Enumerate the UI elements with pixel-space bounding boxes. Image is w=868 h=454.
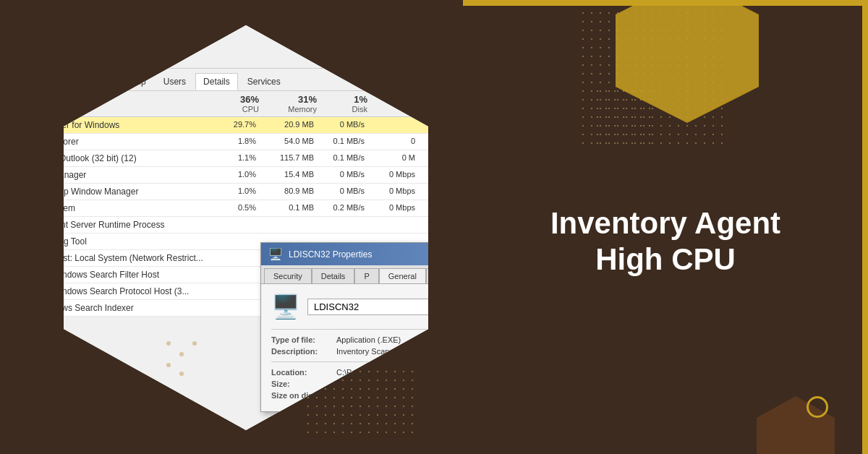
dialog-title: LDISCN32 Properties (289, 249, 372, 260)
row-cpu: 0.5% (208, 202, 259, 215)
detail-row: Location: C:\Program Files (x86)... (271, 368, 448, 377)
tm-header-name (49, 94, 208, 113)
row-memory: 20.9 MB (259, 119, 317, 132)
row-net: 0 Mbps (367, 168, 418, 181)
task-manager-screenshot: App history Startup Users Details Servic… (43, 25, 448, 430)
detail-value: 2.90 MB (3,047,4... (336, 391, 448, 400)
row-name: ning Tool (49, 235, 208, 248)
tab-details[interactable]: Details (195, 73, 238, 90)
file-section: 🖥️ LDISCN32 (271, 293, 448, 320)
right-panel: Inventory Agent High CPU (463, 0, 868, 454)
table-row[interactable]: xplorer 1.8% 54.0 MB 0.1 MB/s 0 (43, 134, 448, 150)
row-cpu: 1.0% (208, 185, 259, 198)
filename-box: LDISCN32 (307, 299, 438, 315)
tab-compatibility[interactable]: Compatibility (426, 268, 448, 283)
table-row[interactable]: ktop Window Manager 1.0% 80.9 MB 0 MB/s … (43, 184, 448, 200)
row-memory (259, 218, 317, 231)
divider (271, 361, 448, 362)
tab-general[interactable]: General (379, 268, 426, 283)
row-net (367, 218, 418, 231)
dialog-icon: 🖥️ (268, 247, 283, 261)
row-name: dows Search Indexer (49, 301, 208, 314)
table-row[interactable]: lient Server Runtime Process (43, 217, 448, 234)
row-disk: 0.1 MB/s (317, 152, 367, 165)
row-disk: 0 MB/s (317, 168, 367, 181)
dot-decoration (179, 352, 184, 356)
tab-security[interactable]: Security (264, 268, 312, 283)
page-title: Inventory Agent High CPU (506, 205, 825, 278)
row-name: ystem (49, 202, 208, 215)
hex-shape: App history Startup Users Details Servic… (43, 25, 448, 430)
tm-header-cpu: 36% CPU (208, 94, 259, 113)
table-row[interactable]: ft Outlook (32 bit) (12) 1.1% 115.7 MB 0… (43, 150, 448, 167)
tab-p[interactable]: P (354, 268, 378, 283)
hex-screenshot-container: App history Startup Users Details Servic… (29, 14, 477, 441)
table-row[interactable]: ystem 0.5% 0.1 MB 0.2 MB/s 0 Mbps (43, 200, 448, 217)
detail-value: 2.90 MB (3,044,984... (336, 380, 448, 388)
detail-label: Location: (271, 368, 336, 377)
detail-label: Description: (271, 347, 336, 356)
detail-row: Size: 2.90 MB (3,044,984... (271, 380, 448, 388)
tm-header-net (367, 94, 418, 113)
tm-titlebar-area (43, 25, 448, 69)
row-name: Manager (49, 168, 208, 181)
properties-dialog: 🖥️ LDISCN32 Properties Security Details … (260, 242, 448, 412)
tab-services[interactable]: Services (239, 73, 289, 90)
row-name: xplorer (49, 135, 208, 148)
tab-users[interactable]: Users (156, 73, 194, 90)
row-name: Windows Search Protocol Host (3... (49, 285, 208, 298)
row-cpu (208, 218, 259, 231)
row-disk: 0.1 MB/s (317, 135, 367, 148)
dialog-titlebar: 🖥️ LDISCN32 Properties (261, 243, 448, 265)
row-name: nner for Windows (49, 119, 208, 132)
dot-decoration (192, 341, 197, 346)
tm-tabs: App history Startup Users Details Servic… (43, 69, 448, 91)
row-name: Windows Search Filter Host (49, 268, 208, 281)
row-memory: 80.9 MB (259, 185, 317, 198)
row-cpu: 1.0% (208, 168, 259, 181)
dot-decoration (179, 372, 184, 376)
row-net: 0 M (367, 152, 418, 165)
row-cpu: 29.7% (208, 119, 259, 132)
detail-value: Inventory Scanner for Win... (336, 347, 448, 356)
tab-app-history[interactable]: App history (49, 73, 109, 90)
dialog-body: 🖥️ LDISCN32 Type of file: Application (.… (261, 284, 448, 411)
row-disk: 0 MB/s (317, 185, 367, 198)
divider (271, 329, 448, 330)
dot-decoration (166, 363, 171, 367)
table-row[interactable]: nner for Windows 29.7% 20.9 MB 0 MB/s (43, 117, 448, 134)
detail-row: Size on disk: 2.90 MB (3,047,4... (271, 391, 448, 400)
dialog-tabs: Security Details P General Compatibility (261, 265, 448, 284)
row-disk: 0 MB/s (317, 119, 367, 132)
table-row[interactable]: Manager 1.0% 15.4 MB 0 MB/s 0 Mbps (43, 167, 448, 184)
row-name: ktop Window Manager (49, 185, 208, 198)
row-cpu: 1.8% (208, 135, 259, 148)
detail-label: Size on disk: (271, 391, 336, 400)
row-disk: 0.2 MB/s (317, 202, 367, 215)
row-memory: 15.4 MB (259, 168, 317, 181)
tab-startup[interactable]: Startup (110, 73, 154, 90)
tab-details[interactable]: Details (312, 268, 355, 283)
detail-label: Type of file: (271, 335, 336, 344)
dot-decoration (166, 341, 171, 346)
row-disk (317, 218, 367, 231)
detail-label: Size: (271, 380, 336, 388)
detail-value: Application (.EXE) (336, 335, 448, 344)
row-net: 0 Mbps (367, 202, 418, 215)
tm-column-headers: 36% CPU 31% Memory 1% Disk (43, 91, 448, 117)
row-name: ft Outlook (32 bit) (12) (49, 152, 208, 165)
row-net: 0 (367, 135, 418, 148)
row-cpu: 1.1% (208, 152, 259, 165)
row-memory: 115.7 MB (259, 152, 317, 165)
circle-decoration (807, 396, 828, 418)
row-memory: 54.0 MB (259, 135, 317, 148)
detail-row: Description: Inventory Scanner for Win..… (271, 347, 448, 356)
row-memory: 0.1 MB (259, 202, 317, 215)
tm-header-disk: 1% Disk (317, 94, 367, 113)
row-name: Host: Local System (Network Restrict... (49, 252, 208, 265)
file-icon: 🖥️ (271, 293, 300, 320)
row-net: 0 Mbps (367, 185, 418, 198)
detail-value: C:\Program Files (x86)... (336, 368, 448, 377)
tm-header-memory: 31% Memory (259, 94, 317, 113)
detail-row: Type of file: Application (.EXE) (271, 335, 448, 344)
